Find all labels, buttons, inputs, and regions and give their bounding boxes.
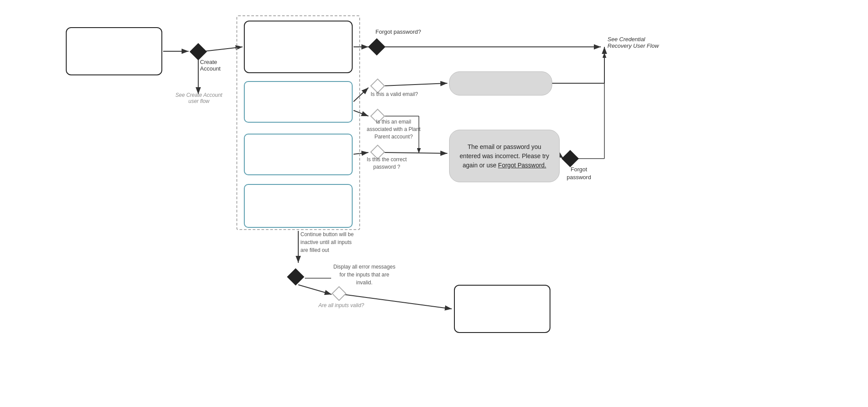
display-errors-label: Display all error messages for the input…	[333, 263, 395, 287]
valid-email-msg-box	[449, 71, 552, 96]
remember-me-box[interactable]	[244, 184, 353, 228]
continue-note: Continue button will be inactive until a…	[300, 230, 354, 254]
svg-line-20	[298, 285, 332, 294]
forgot-password-top-label: Forgot password?	[375, 28, 421, 35]
password-input-box[interactable]	[244, 134, 353, 175]
continue-diamond	[287, 268, 304, 286]
inputs-valid-diamond	[332, 286, 346, 301]
login-box	[244, 21, 353, 73]
forgot-password-decision-diamond	[368, 38, 386, 56]
incorrect-msg-text: The email or password you entered was in…	[458, 142, 550, 170]
incorrect-msg-box: The email or password you entered was in…	[449, 130, 560, 182]
home-page-box-1	[66, 27, 162, 75]
see-create-account-label: See Create Account user flow	[175, 92, 222, 104]
forgot-password-link[interactable]: Forgot Password.	[498, 162, 547, 169]
forgot-password-right-diamond	[561, 150, 579, 167]
email-input-box[interactable]	[244, 81, 353, 123]
main-decision-diamond	[189, 43, 207, 60]
is-correct-pwd-label: Is this the correct password ?	[367, 156, 407, 171]
svg-line-15	[383, 152, 447, 153]
create-account-label: Create Account	[200, 59, 221, 72]
home-page-box-2	[454, 285, 550, 333]
is-plant-parent-label: Is this an email associated with a Plant…	[367, 118, 421, 140]
svg-line-8	[383, 83, 447, 86]
credential-flow-label: See Credential Recovery User Flow	[607, 36, 659, 49]
forgot-password-right-label: Forgot password	[567, 166, 591, 181]
are-all-inputs-valid-label: Are all inputs valid?	[318, 302, 364, 308]
is-valid-email-label: Is this a valid email?	[371, 91, 418, 97]
